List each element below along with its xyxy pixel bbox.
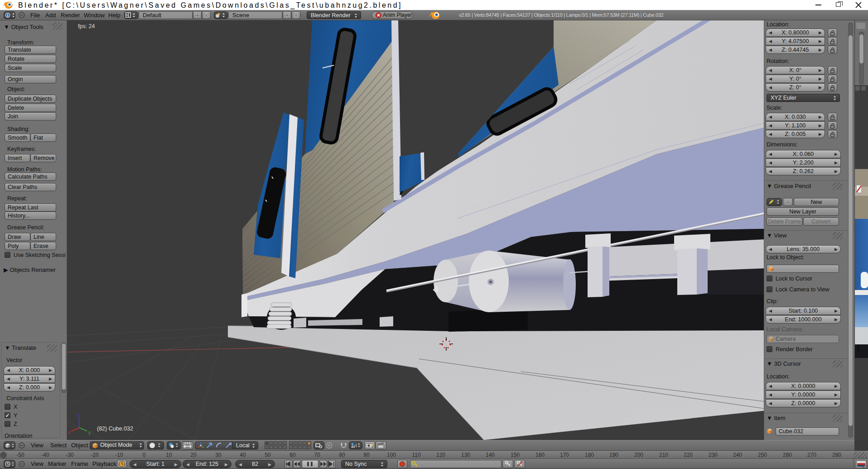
svg-text:fps: 24: fps: 24 [78,23,95,29]
svg-text:z: z [77,412,80,418]
svg-text:y: y [88,430,91,435]
svg-text:i: i [7,13,9,18]
svg-text:x: x [68,430,71,435]
svg-text:(82) Cube.032: (82) Cube.032 [97,425,133,432]
